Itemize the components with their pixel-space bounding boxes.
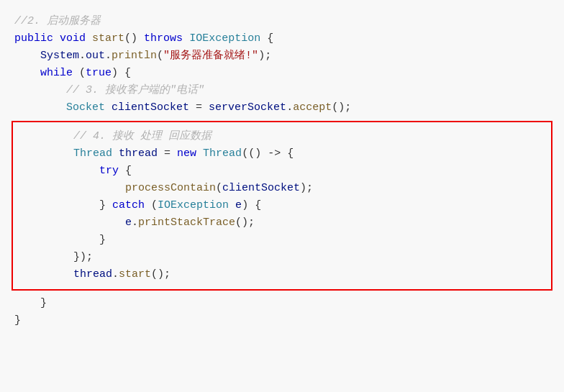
code-editor: //2. 启动服务器 public void start () throws I… (0, 7, 564, 335)
code-line-7: processContain ( clientSocket ); (16, 180, 548, 197)
comment-text: //2. 启动服务器 (14, 13, 101, 30)
code-line-11: }); (16, 249, 548, 266)
highlighted-code-block: // 4. 接收 处理 回应数据 Thread thread = new Thr… (12, 121, 552, 291)
code-line-3: while ( true ) { (0, 65, 564, 82)
code-line-comment3: // 3. 接收客户端的"电话" (0, 82, 564, 99)
code-line-8: } catch ( IOException e ) { (16, 197, 548, 214)
code-line-comment4: // 4. 接收 处理 回应数据 (16, 128, 548, 145)
code-line-1: public void start () throws IOException … (0, 30, 564, 47)
code-line-5: Thread thread = new Thread (() -> { (16, 145, 548, 163)
code-line-comment1: //2. 启动服务器 (0, 13, 564, 30)
code-line-4: Socket clientSocket = serverSocket . acc… (0, 99, 564, 117)
code-line-2: System . out . println ( "服务器准备就绪!" ); (0, 47, 564, 65)
code-line-9: e . printStackTrace (); (16, 214, 548, 232)
code-line-close1: } (0, 295, 564, 312)
code-line-10: } (16, 232, 548, 249)
code-line-close2: } (0, 312, 564, 329)
code-line-12: thread . start (); (16, 266, 548, 283)
code-line-6: try { (16, 163, 548, 180)
